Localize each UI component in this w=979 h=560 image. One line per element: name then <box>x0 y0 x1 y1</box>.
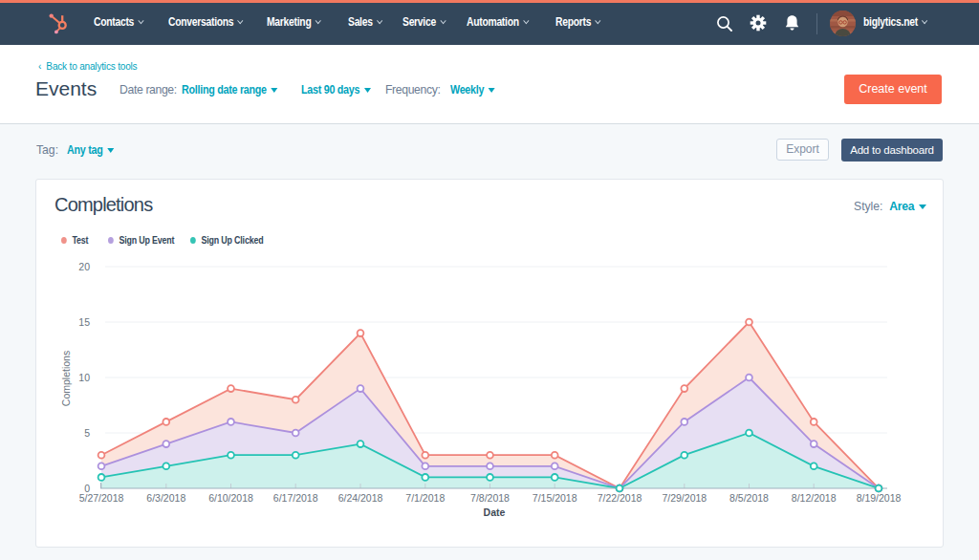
svg-text:Completions: Completions <box>60 351 72 406</box>
svg-text:6/10/2018: 6/10/2018 <box>208 492 253 504</box>
svg-text:5: 5 <box>84 427 90 439</box>
svg-text:7/22/2018: 7/22/2018 <box>598 492 642 504</box>
svg-text:7/29/2018: 7/29/2018 <box>662 492 707 504</box>
svg-text:20: 20 <box>78 261 90 272</box>
svg-text:8/5/2018: 8/5/2018 <box>729 492 769 504</box>
svg-text:8/12/2018: 8/12/2018 <box>792 492 837 504</box>
svg-text:6/3/2018: 6/3/2018 <box>146 492 185 504</box>
svg-text:6/17/2018: 6/17/2018 <box>273 492 318 504</box>
svg-text:10: 10 <box>78 372 90 383</box>
svg-text:5/27/2018: 5/27/2018 <box>79 492 124 504</box>
svg-text:6/24/2018: 6/24/2018 <box>338 492 383 504</box>
svg-text:Date: Date <box>484 506 506 518</box>
svg-text:8/19/2018: 8/19/2018 <box>857 492 902 504</box>
svg-text:7/8/2018: 7/8/2018 <box>470 492 510 504</box>
svg-text:7/1/2018: 7/1/2018 <box>405 492 445 504</box>
svg-text:15: 15 <box>78 316 90 328</box>
svg-text:7/15/2018: 7/15/2018 <box>533 492 577 504</box>
